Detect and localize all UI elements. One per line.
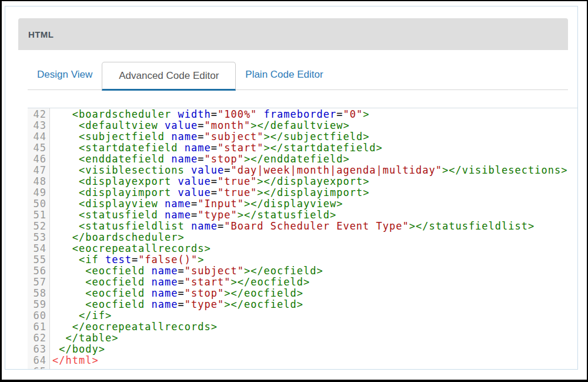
- line-number: 52: [28, 221, 46, 232]
- code-line: </if>: [52, 310, 577, 321]
- line-number: 54: [28, 243, 46, 254]
- line-number: 47: [28, 165, 46, 176]
- line-number: 61: [28, 321, 46, 333]
- line-number: 50: [28, 198, 46, 210]
- tab-plain-code-editor[interactable]: Plain Code Editor: [236, 61, 332, 89]
- code-line: <displayview name="Input"></displayview>: [52, 198, 577, 210]
- code-line: <enddatefield name="stop"></enddatefield…: [52, 154, 577, 165]
- line-number: 55: [28, 254, 46, 265]
- line-number: 42: [28, 109, 46, 120]
- code-line: <displayexport value="true"></displayexp…: [52, 176, 577, 187]
- line-number: 60: [28, 310, 46, 321]
- code-area[interactable]: <boardscheduler width="100%" frameborder…: [50, 108, 577, 369]
- code-line: </eocrepeatallrecords>: [52, 321, 577, 333]
- code-line: <statusfield name="type"></statusfield>: [52, 210, 577, 221]
- panel-header: HTML: [18, 18, 568, 50]
- line-number: 62: [28, 333, 46, 344]
- line-number: 51: [28, 210, 46, 221]
- line-number: 56: [28, 265, 46, 277]
- tab-design-view[interactable]: Design View: [28, 61, 102, 89]
- line-number: 57: [28, 277, 46, 288]
- code-line: <boardscheduler width="100%" frameborder…: [52, 109, 577, 120]
- code-line: </table>: [52, 333, 577, 344]
- tab-advanced-code-editor[interactable]: Advanced Code Editor: [102, 62, 236, 91]
- line-number: 58: [28, 288, 46, 299]
- line-number-gutter: 4243444546474849505152535455565758596061…: [28, 108, 50, 369]
- line-number: 64: [28, 355, 46, 366]
- line-number: 59: [28, 299, 46, 310]
- line-number: 49: [28, 187, 46, 198]
- code-line: <if test="false()">: [52, 254, 577, 265]
- line-number: 44: [28, 131, 46, 142]
- code-line: <eocrepeatallrecords>: [52, 243, 577, 254]
- code-line: <subjectfield name="subject"></subjectfi…: [52, 131, 577, 142]
- code-line: </html>: [52, 355, 577, 366]
- line-number: 48: [28, 176, 46, 187]
- code-line: <startdatefield name="start"></startdate…: [52, 142, 577, 154]
- code-editor[interactable]: 4243444546474849505152535455565758596061…: [28, 108, 577, 369]
- code-line: <eocfield name="type"></eocfield>: [52, 299, 577, 310]
- line-number: 63: [28, 344, 46, 355]
- code-line: <defaultview value="month"></defaultview…: [52, 120, 577, 131]
- code-line: </body>: [52, 344, 577, 355]
- html-widget-container: HTML Design ViewAdvanced Code EditorPlai…: [5, 6, 578, 370]
- code-line: <eocfield name="stop"></eocfield>: [52, 288, 577, 299]
- code-line: </boardscheduler>: [52, 232, 577, 243]
- tab-bar: Design ViewAdvanced Code EditorPlain Cod…: [28, 61, 568, 90]
- line-number: 45: [28, 142, 46, 154]
- code-line: <displayimport value="true"></displayimp…: [52, 187, 577, 198]
- code-line: <eocfield name="subject"></eocfield>: [52, 265, 577, 277]
- panel-title: HTML: [28, 29, 54, 39]
- code-line: [52, 366, 577, 369]
- screenshot-frame: { "panel": { "title": "HTML" }, "tabs": …: [0, 0, 588, 382]
- line-number: 46: [28, 154, 46, 165]
- line-number: 43: [28, 120, 46, 131]
- line-number: 65: [28, 366, 46, 369]
- code-line: <statusfieldlist name="Board Scheduler E…: [52, 221, 577, 232]
- code-line: <visiblesections value="day|week|month|a…: [52, 165, 577, 176]
- code-line: <eocfield name="start"></eocfield>: [52, 277, 577, 288]
- line-number: 53: [28, 232, 46, 243]
